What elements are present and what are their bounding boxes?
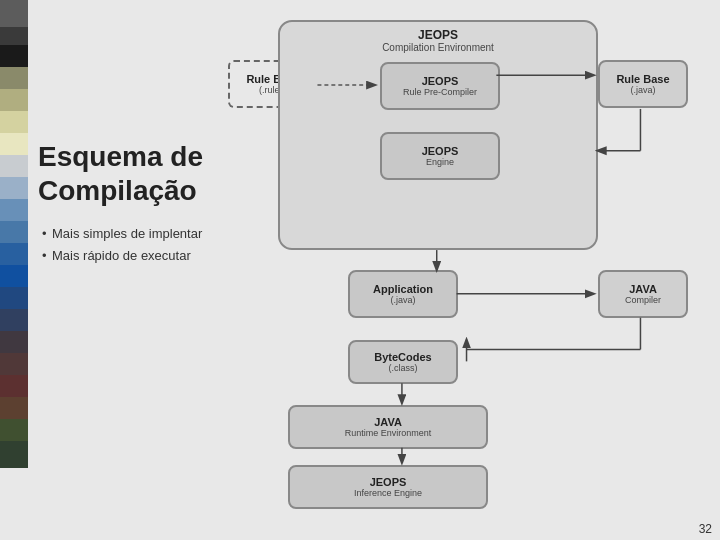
engine-subtitle: Engine [426,157,454,167]
rule-base-right-subtitle: (.java) [630,85,655,95]
jeops-engine-box: JEOPS Engine [380,132,500,180]
application-title: Application [373,283,433,295]
java-compiler-subtitle: Compiler [625,295,661,305]
jeops-precompiler-box: JEOPS Rule Pre-Compiler [380,62,500,110]
left-section: Esquema de Compilação Mais simples de im… [38,140,228,267]
bytecodes-title: ByteCodes [374,351,431,363]
java-compiler-box: JAVA Compiler [598,270,688,318]
main-content: Esquema de Compilação Mais simples de im… [28,0,720,540]
outer-box-subtitle: Compilation Environment [280,42,596,53]
java-runtime-subtitle: Runtime Environment [345,428,432,438]
java-compiler-title: JAVA [629,283,657,295]
outer-compilation-box: JEOPS Compilation Environment JEOPS Rule… [278,20,598,250]
precompiler-title: JEOPS [422,75,459,87]
bullet-list: Mais simples de implentar Mais rápido de… [38,223,228,267]
page-title: Esquema de Compilação [38,140,228,207]
page-number: 32 [699,522,712,536]
color-strip [0,0,28,540]
rule-base-right-box: Rule Base (.java) [598,60,688,108]
bullet-item-1: Mais simples de implentar [42,223,228,245]
jeops-inference-box: JEOPS Inference Engine [288,465,488,509]
bytecodes-subtitle: (.class) [389,363,418,373]
java-runtime-title: JAVA [374,416,402,428]
engine-title: JEOPS [422,145,459,157]
rule-base-right-title: Rule Base [616,73,669,85]
bytecodes-box: ByteCodes (.class) [348,340,458,384]
outer-box-title: JEOPS [280,22,596,42]
inference-subtitle: Inference Engine [354,488,422,498]
inference-title: JEOPS [370,476,407,488]
application-box: Application (.java) [348,270,458,318]
diagram-area: Rule Base (.rules) JEOPS Compilation Env… [228,10,715,510]
application-subtitle: (.java) [390,295,415,305]
bullet-item-2: Mais rápido de executar [42,245,228,267]
precompiler-subtitle: Rule Pre-Compiler [403,87,477,97]
java-runtime-box: JAVA Runtime Environment [288,405,488,449]
